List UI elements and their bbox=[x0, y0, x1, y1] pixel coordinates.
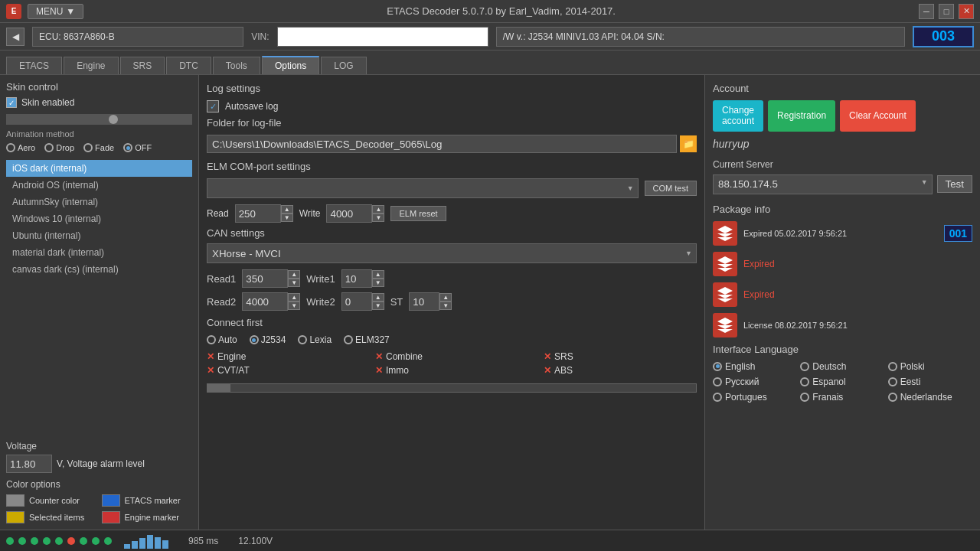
radio-off-label: OFF bbox=[135, 143, 152, 152]
tab-options[interactable]: Options bbox=[262, 56, 319, 74]
module-srs[interactable]: ✕ SRS bbox=[544, 351, 697, 362]
voltage-input[interactable] bbox=[6, 455, 52, 473]
write1-input[interactable] bbox=[341, 269, 372, 288]
radio-off[interactable]: OFF bbox=[123, 143, 152, 152]
read-up-btn[interactable]: ▲ bbox=[281, 205, 293, 214]
lang-polski-radio bbox=[888, 362, 897, 371]
read1-down-btn[interactable]: ▼ bbox=[288, 279, 300, 287]
module-immo[interactable]: ✕ Immo bbox=[375, 365, 528, 376]
server-select[interactable]: 88.150.174.5 bbox=[713, 174, 933, 194]
pkg-text-2: Expired bbox=[743, 259, 972, 269]
radio-lexia[interactable]: Lexia bbox=[298, 334, 332, 345]
lang-nederlandse[interactable]: Nederlandse bbox=[888, 392, 972, 403]
srs-x-icon: ✕ bbox=[544, 351, 551, 362]
engine-marker-swatch[interactable] bbox=[102, 511, 120, 523]
skin-item-ios-dark[interactable]: iOS dark (internal) bbox=[6, 160, 192, 177]
tab-srs[interactable]: SRS bbox=[120, 57, 165, 74]
lang-russian[interactable]: Русский bbox=[713, 377, 797, 387]
folder-browse-button[interactable]: 📁 bbox=[680, 135, 697, 152]
module-combine[interactable]: ✕ Combine bbox=[375, 351, 528, 362]
vin-input[interactable] bbox=[277, 27, 488, 47]
lang-eesti[interactable]: Eesti bbox=[888, 377, 972, 387]
write-input[interactable] bbox=[326, 204, 372, 223]
menu-button[interactable]: MENU ▼ bbox=[28, 4, 83, 19]
lang-english[interactable]: English bbox=[713, 361, 797, 372]
scroll-track[interactable] bbox=[207, 383, 697, 393]
minimize-button[interactable]: ─ bbox=[919, 4, 934, 19]
radio-fade[interactable]: Fade bbox=[83, 143, 114, 152]
module-cvtat[interactable]: ✕ CVT/AT bbox=[207, 365, 360, 376]
skin-item-ubuntu[interactable]: Ubuntu (internal) bbox=[6, 227, 192, 244]
com-port-select[interactable] bbox=[207, 178, 639, 198]
module-abs[interactable]: ✕ ABS bbox=[544, 365, 697, 376]
registration-button[interactable]: Registration bbox=[768, 100, 835, 132]
module-engine[interactable]: ✕ Engine bbox=[207, 351, 360, 362]
lang-deutsch[interactable]: Deutsch bbox=[800, 361, 884, 372]
radio-drop[interactable]: Drop bbox=[44, 143, 74, 152]
change-account-button[interactable]: Changeaccount bbox=[713, 100, 763, 132]
horizontal-scrollbar[interactable] bbox=[207, 383, 697, 393]
skin-item-autumnsky[interactable]: AutumnSky (internal) bbox=[6, 194, 192, 210]
can-settings-section: CAN settings XHorse - MVCI CAN settings … bbox=[207, 227, 697, 311]
folder-path-input[interactable] bbox=[207, 135, 677, 153]
radio-elm327[interactable]: ELM327 bbox=[344, 334, 390, 345]
skin-item-win10[interactable]: Windows 10 (internal) bbox=[6, 210, 192, 227]
lang-portugues[interactable]: Portugues bbox=[713, 392, 797, 403]
lang-espanol[interactable]: Espanol bbox=[800, 377, 884, 387]
read-down-btn[interactable]: ▼ bbox=[281, 214, 293, 222]
scroll-thumb[interactable] bbox=[207, 384, 230, 392]
write2-input[interactable] bbox=[341, 292, 372, 311]
close-button[interactable]: ✕ bbox=[959, 4, 974, 19]
lang-eesti-label: Eesti bbox=[900, 377, 921, 387]
radio-drop-label: Drop bbox=[56, 143, 74, 152]
lang-franais[interactable]: Franais bbox=[800, 392, 884, 403]
autosave-checkbox[interactable]: ✓ bbox=[207, 100, 219, 112]
vin-label: VIN: bbox=[251, 31, 269, 42]
clear-account-button[interactable]: Clear Account bbox=[840, 100, 916, 132]
write-label: Write bbox=[299, 208, 321, 219]
tab-engine[interactable]: Engine bbox=[64, 57, 118, 74]
elm-reset-button[interactable]: ELM reset bbox=[390, 206, 446, 221]
read2-down-btn[interactable]: ▼ bbox=[288, 302, 300, 310]
write2-up-btn[interactable]: ▲ bbox=[372, 293, 384, 302]
write2-down-btn[interactable]: ▼ bbox=[372, 302, 384, 310]
write-down-btn[interactable]: ▼ bbox=[372, 214, 384, 222]
skin-item-android[interactable]: Android OS (internal) bbox=[6, 177, 192, 194]
tab-etacs[interactable]: ETACS bbox=[6, 57, 62, 74]
com-test-button[interactable]: COM test bbox=[645, 181, 697, 196]
skin-slider[interactable] bbox=[6, 114, 192, 125]
skin-list: iOS dark (internal) Android OS (internal… bbox=[6, 160, 192, 433]
skin-item-canvas-dark[interactable]: canvas dark (cs) (internal) bbox=[6, 261, 192, 278]
etacs-marker-swatch[interactable] bbox=[102, 494, 120, 507]
tab-dtc[interactable]: DTC bbox=[166, 57, 211, 74]
test-server-button[interactable]: Test bbox=[937, 175, 972, 193]
lang-espanol-label: Espanol bbox=[812, 377, 845, 387]
tab-tools[interactable]: Tools bbox=[213, 57, 260, 74]
ecu-back-button[interactable]: ◀ bbox=[6, 28, 24, 46]
read1-input[interactable] bbox=[242, 269, 288, 288]
counter-color-swatch[interactable] bbox=[6, 494, 24, 507]
status-dot-3 bbox=[31, 537, 38, 545]
write1-down-btn[interactable]: ▼ bbox=[372, 279, 384, 287]
radio-auto[interactable]: Auto bbox=[207, 334, 237, 345]
write-up-btn[interactable]: ▲ bbox=[372, 205, 384, 214]
st-input[interactable] bbox=[409, 292, 439, 311]
skin-item-material-dark[interactable]: material dark (internal) bbox=[6, 244, 192, 261]
can-device-select[interactable]: XHorse - MVCI bbox=[207, 243, 697, 263]
tab-log[interactable]: LOG bbox=[321, 57, 366, 74]
lang-polski[interactable]: Polski bbox=[888, 361, 972, 372]
st-down-btn[interactable]: ▼ bbox=[439, 302, 452, 310]
st-up-btn[interactable]: ▲ bbox=[439, 293, 452, 302]
radio-aero[interactable]: Aero bbox=[6, 143, 35, 152]
read2-up-btn[interactable]: ▲ bbox=[288, 293, 300, 302]
maximize-button[interactable]: □ bbox=[939, 4, 954, 19]
read-input[interactable] bbox=[235, 204, 281, 223]
read1-up-btn[interactable]: ▲ bbox=[288, 270, 300, 279]
write1-up-btn[interactable]: ▲ bbox=[372, 270, 384, 279]
color-swatches: Counter color ETACS marker Selected item… bbox=[6, 494, 192, 523]
selected-items-swatch[interactable] bbox=[6, 511, 24, 523]
radio-j2534[interactable]: J2534 bbox=[250, 334, 286, 345]
skin-enabled-checkbox[interactable]: ✓ bbox=[6, 97, 17, 108]
read2-input[interactable] bbox=[242, 292, 288, 311]
read2-label: Read2 bbox=[207, 296, 236, 308]
